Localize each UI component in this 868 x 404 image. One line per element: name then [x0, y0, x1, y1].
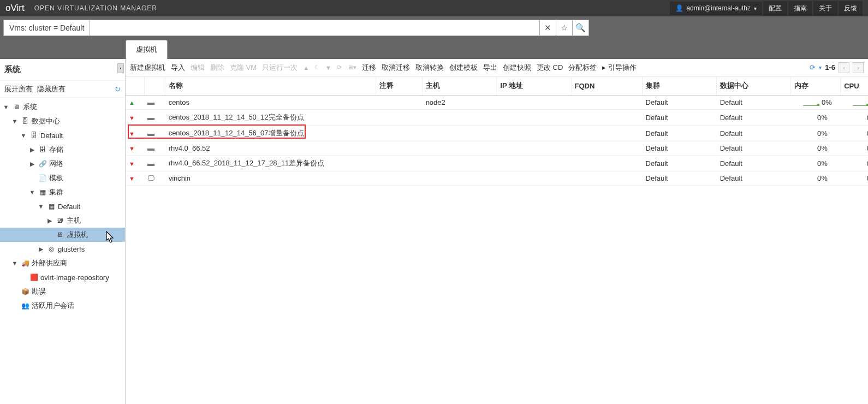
collapse-all-link[interactable]: 隐藏所有 [37, 84, 66, 94]
cell: 🖵 [144, 171, 165, 186]
tree-node-外部供应商[interactable]: ▼🚚外部供应商 [0, 256, 125, 270]
tree-toggle-icon[interactable]: ▼ [28, 189, 36, 195]
toolbar--: ▼ [325, 64, 331, 71]
close-icon: ✕ [544, 23, 551, 33]
col-header-FQDN[interactable]: FQDN [571, 76, 643, 96]
tree-node-活跃用户会话[interactable]: ▶👥活跃用户会话 [0, 299, 125, 313]
table-row[interactable]: ▼▬centos_2018_11_12_14_56_07增量备份点Default… [126, 126, 868, 141]
tree-toggle-icon[interactable]: ▶ [28, 161, 36, 168]
status-down-icon: ▼ [129, 130, 135, 137]
tree-toggle-icon[interactable]: ▼ [20, 132, 27, 139]
toolbar-导出[interactable]: 导出 [483, 63, 497, 73]
toolbar-创建快照[interactable]: 创建快照 [503, 63, 531, 73]
col-header-注释[interactable]: 注释 [376, 76, 423, 96]
toolbar-迁移[interactable]: 迁移 [362, 63, 376, 73]
search-go-button[interactable]: 🔍 [573, 20, 589, 36]
tree-toggle-icon[interactable]: ▼ [11, 260, 19, 266]
user-menu-button[interactable]: 👤 admin@internal-authz ▾ [670, 2, 762, 15]
status-down-icon: ▼ [129, 115, 135, 121]
search-icon: 🔍 [575, 23, 586, 33]
table-row[interactable]: ▼▬rhv4.0_66.52_2018_11_12_17_28_11差异备份点D… [126, 156, 868, 171]
table-row[interactable]: ▼▬centos_2018_11_12_14_50_12完全备份点Default… [126, 110, 868, 126]
vm-icon: 🖥 [56, 230, 64, 239]
col-header-status-0[interactable] [126, 76, 144, 96]
top-link-feedback[interactable]: 反馈 [839, 1, 863, 16]
tree-toggle-icon[interactable]: ▶ [46, 217, 53, 224]
search-chip[interactable]: Vms: cluster = Default [3, 20, 90, 36]
tree-toggle-icon[interactable]: ▼ [37, 203, 45, 210]
cell: Default [717, 96, 791, 110]
toolbar-取消转换[interactable]: 取消转换 [415, 63, 444, 73]
tree-node-数据中心[interactable]: ▼🗄数据中心 [0, 114, 125, 128]
toolbar-更改-CD[interactable]: 更改 CD [537, 63, 563, 73]
tree-node-虚拟机[interactable]: ▶🖥虚拟机 [0, 228, 125, 242]
cell: centos [165, 96, 376, 110]
top-link-config[interactable]: 配置 [763, 1, 787, 16]
col-header-数据中心[interactable]: 数据中心 [717, 76, 791, 96]
vm-console-icon: 🖵 [147, 174, 154, 182]
col-header-内存[interactable]: 内存 [791, 76, 841, 96]
tree-toggle-icon[interactable]: ▶ [28, 146, 36, 153]
cell: ▼ [126, 156, 144, 171]
top-link-about[interactable]: 关于 [813, 1, 837, 16]
table-row[interactable]: ▼▬rhv4.0_66.52DefaultDefault0%0%0%None [126, 141, 868, 156]
col-header-status-1[interactable] [144, 76, 165, 96]
cell [423, 156, 497, 171]
page-next-button[interactable]: › [853, 62, 864, 73]
table-row[interactable]: ▼🖵vinchinDefaultDefault0%0%0%None [126, 171, 868, 186]
extprov-icon: 🚚 [21, 259, 29, 268]
sidebar-collapse-button[interactable]: ‹ [117, 63, 124, 73]
toolbar-创建模板[interactable]: 创建模板 [449, 63, 478, 73]
tree-node-ovirt-image-repository[interactable]: ▶🟥ovirt-image-repository [0, 270, 125, 284]
toolbar-编辑: 编辑 [191, 63, 205, 73]
toolbar-分配标签[interactable]: 分配标签 [568, 63, 597, 73]
cell: Default [717, 110, 791, 126]
refresh-icon[interactable]: ↻ [115, 85, 121, 93]
col-header-名称[interactable]: 名称 [165, 76, 376, 96]
tree-node-勘误[interactable]: ▶📦勘误 [0, 284, 125, 299]
tree-node-系统[interactable]: ▼🖥系统 [0, 100, 125, 114]
tree-node-Default[interactable]: ▼🗄Default [0, 128, 125, 142]
tree-node-glusterfs[interactable]: ▶◎glusterfs [0, 242, 125, 256]
cell [497, 171, 571, 186]
refresh-dropdown-icon[interactable]: ▾ [819, 64, 822, 70]
tree-node-主机[interactable]: ▶🖳主机 [0, 213, 125, 228]
chevron-down-icon: ▾ [754, 5, 757, 11]
tab-vms[interactable]: 虚拟机 [126, 40, 168, 59]
expand-all-link[interactable]: 展开所有 [4, 84, 33, 94]
tree-toggle-icon[interactable]: ▼ [11, 118, 19, 124]
cell: 0% [841, 96, 868, 110]
col-header-主机[interactable]: 主机 [423, 76, 497, 96]
refresh-menu-icon[interactable]: ⟳ [810, 63, 816, 72]
tree-toggle-icon[interactable]: ▶ [37, 246, 45, 253]
toolbar-取消迁移[interactable]: 取消迁移 [382, 63, 410, 73]
tree-node-集群[interactable]: ▼▦集群 [0, 185, 125, 199]
tree-node-网络[interactable]: ▶🔗网络 [0, 157, 125, 171]
star-icon: ☆ [561, 23, 568, 33]
cell: 0% [841, 126, 868, 141]
cell [571, 126, 643, 141]
top-bar: oVirt OPEN VIRTUALIZATION MANAGER 👤 admi… [0, 0, 868, 16]
cell [497, 126, 571, 141]
toolbar-新建虚拟机[interactable]: 新建虚拟机 [130, 63, 165, 73]
cell: Default [643, 156, 717, 171]
toolbar-导入[interactable]: 导入 [171, 63, 185, 73]
host-icon: 🖳 [56, 216, 64, 225]
search-clear-button[interactable]: ✕ [540, 20, 556, 36]
page-prev-button[interactable]: ‹ [839, 62, 849, 73]
tree-node-模板[interactable]: ▶📄模板 [0, 171, 125, 185]
col-header-CPU[interactable]: CPU [841, 76, 868, 96]
col-header-集群[interactable]: 集群 [643, 76, 717, 96]
toolbar--引导操作[interactable]: ▸ 引导操作 [602, 63, 637, 73]
table-row[interactable]: ▲▬centosnode2DefaultDefault0%0%0%VNC [126, 96, 868, 110]
cell [376, 141, 423, 156]
top-link-guide[interactable]: 指南 [788, 1, 812, 16]
col-header-IP 地址[interactable]: IP 地址 [497, 76, 571, 96]
tree-toggle-icon[interactable]: ▼ [2, 104, 10, 110]
tree-node-Default[interactable]: ▼▦Default [0, 199, 125, 213]
search-bookmark-button[interactable]: ☆ [556, 20, 573, 36]
nav-tree: ▼🖥系统▼🗄数据中心▼🗄Default▶🗄存储▶🔗网络▶📄模板▼▦集群▼▦Def… [0, 98, 125, 404]
search-input[interactable] [90, 20, 540, 36]
cell: Default [717, 141, 791, 156]
tree-node-存储[interactable]: ▶🗄存储 [0, 142, 125, 157]
